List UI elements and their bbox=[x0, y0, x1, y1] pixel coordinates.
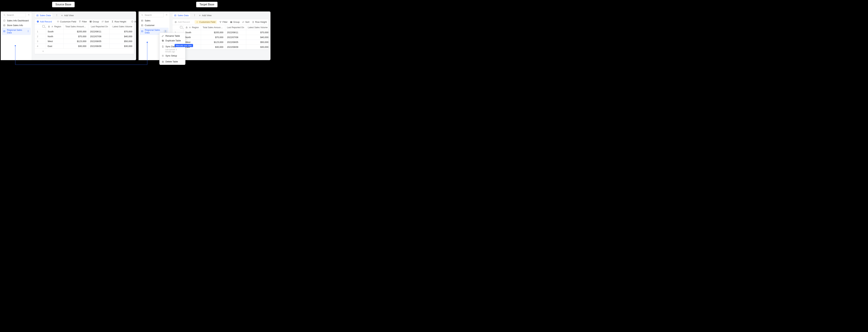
cell-date[interactable]: 2022/07/08 bbox=[88, 34, 110, 39]
cell-date[interactable]: 2022/06/09 bbox=[225, 45, 246, 50]
sort-button[interactable]: Sort bbox=[242, 21, 249, 23]
table-icon bbox=[141, 24, 144, 27]
table-row[interactable]: 1South$205,0002022/08/11$70,000 bbox=[35, 29, 134, 34]
row-height-button[interactable]: Row Height bbox=[111, 20, 126, 23]
row-index: 3 bbox=[35, 39, 41, 44]
sort-button[interactable]: Sort bbox=[101, 20, 109, 23]
edit-icon bbox=[162, 35, 164, 37]
filter-button[interactable]: Filter bbox=[79, 20, 87, 23]
cell-total[interactable]: $205,000 bbox=[201, 30, 225, 35]
table-row[interactable]: 1South$205,0002022/08/11$70,000 bbox=[173, 30, 269, 35]
more-vertical-icon bbox=[27, 30, 29, 32]
checkbox-header[interactable] bbox=[178, 25, 184, 30]
row-height-button[interactable]: Row Height bbox=[252, 21, 267, 23]
column-header-date[interactable]: Last Reported On bbox=[225, 25, 246, 30]
table-row[interactable]: 4East$30,0002022/06/09$30,000 bbox=[35, 44, 134, 49]
group-button[interactable]: Group bbox=[89, 20, 99, 23]
customize-field-button[interactable]: Customize Field bbox=[57, 20, 76, 23]
column-header-date[interactable]: Last Reported On bbox=[88, 24, 110, 29]
index-header bbox=[35, 24, 41, 29]
cell-date[interactable]: 2022/08/05 bbox=[225, 40, 246, 45]
cell-total[interactable]: $70,000 bbox=[201, 35, 225, 40]
add-view-button[interactable]: Add View bbox=[61, 14, 74, 17]
column-header-region[interactable]: Region bbox=[46, 24, 64, 29]
search-placeholder: Search bbox=[145, 14, 152, 16]
column-header-region[interactable]: Region bbox=[184, 25, 201, 30]
column-header-total[interactable]: Total Sales Amount by... bbox=[201, 25, 225, 30]
cell-total[interactable]: $123,000 bbox=[64, 39, 88, 44]
column-header-volume[interactable]: Latest Sales Volume bbox=[110, 24, 134, 29]
group-icon bbox=[230, 21, 232, 23]
plus-circle-icon bbox=[175, 21, 177, 23]
cell-region[interactable]: South bbox=[184, 30, 201, 35]
sidebar-item-store-sales[interactable]: Store Sales Info bbox=[2, 23, 31, 28]
cell-volume[interactable]: $30,000 bbox=[246, 45, 269, 50]
menu-delete-table[interactable]: Delete Table bbox=[159, 59, 185, 64]
cell-total[interactable]: $30,000 bbox=[64, 44, 88, 49]
cell-region[interactable]: North bbox=[46, 34, 64, 39]
alert-button[interactable]: Alert bbox=[131, 20, 136, 23]
menu-sync-setup[interactable]: Sync Setup bbox=[159, 53, 185, 58]
sidebar-item-regional-sales[interactable]: Regional Sales Data bbox=[2, 28, 31, 35]
cell-total[interactable]: $30,000 bbox=[201, 45, 225, 50]
cell-date[interactable]: 2022/08/11 bbox=[88, 29, 110, 34]
cell-region[interactable]: South bbox=[46, 29, 64, 34]
cell-volume[interactable]: $40,000 bbox=[246, 35, 269, 40]
cell-volume[interactable]: $50,000 bbox=[246, 40, 269, 45]
cell-volume[interactable]: $70,000 bbox=[246, 30, 269, 35]
column-header-total[interactable]: Total Sales Amount by... bbox=[64, 24, 88, 29]
add-record-button[interactable]: Add Record bbox=[37, 20, 52, 23]
sidebar-item-customer[interactable]: Customer bbox=[140, 23, 168, 28]
search-input[interactable]: Search bbox=[2, 13, 26, 17]
sort-icon bbox=[242, 21, 244, 23]
customize-field-button[interactable]: Customize Field bbox=[195, 20, 217, 24]
cell-date[interactable]: 2022/07/08 bbox=[225, 35, 246, 40]
cell-date[interactable]: 2022/08/05 bbox=[88, 39, 110, 44]
svg-point-16 bbox=[57, 14, 57, 15]
cell-region[interactable]: East bbox=[46, 44, 64, 49]
select-all-checkbox[interactable] bbox=[42, 25, 44, 27]
svg-rect-4 bbox=[3, 25, 5, 26]
table-row[interactable]: North$70,0002022/07/08$40,000 bbox=[173, 35, 269, 40]
collapse-sidebar-button[interactable] bbox=[165, 13, 168, 17]
search-input[interactable]: Search bbox=[140, 13, 164, 17]
cell-total[interactable]: $70,000 bbox=[64, 34, 88, 39]
menu-duplicate-table[interactable]: Duplicate Table bbox=[159, 38, 185, 43]
menu-rename-table[interactable]: Rename Table bbox=[159, 33, 185, 38]
plus-icon bbox=[61, 14, 63, 17]
sidebar-item-dashboard[interactable]: Sales Info Dashboard bbox=[2, 18, 31, 23]
tool-label: Sort bbox=[105, 20, 109, 23]
add-row-button[interactable]: + bbox=[35, 49, 134, 54]
column-header-volume[interactable]: Latest Sales Volume bbox=[246, 25, 269, 30]
svg-point-68 bbox=[197, 22, 197, 22]
sidebar-item-sales[interactable]: Sales bbox=[140, 18, 168, 23]
tab-sales-data[interactable]: Sales Data bbox=[172, 13, 191, 18]
cell-volume[interactable]: $50,000 bbox=[110, 39, 134, 44]
cell-region[interactable]: West bbox=[46, 39, 64, 44]
cell-volume[interactable]: $70,000 bbox=[110, 29, 134, 34]
add-view-button[interactable]: Add View bbox=[198, 14, 212, 17]
table-row[interactable]: 3West$123,0002022/08/05$50,000 bbox=[35, 39, 134, 44]
svg-rect-80 bbox=[162, 40, 163, 41]
svg-point-12 bbox=[28, 32, 28, 32]
group-button[interactable]: Group bbox=[230, 21, 240, 23]
tab-more-button[interactable] bbox=[193, 14, 196, 17]
cell-volume[interactable]: $40,000 bbox=[110, 34, 134, 39]
cell-date[interactable]: 2022/08/11 bbox=[225, 30, 246, 35]
collapse-sidebar-button[interactable] bbox=[27, 13, 31, 17]
cell-total[interactable]: $123,000 bbox=[201, 40, 225, 45]
sidebar-item-more-button[interactable] bbox=[164, 30, 167, 33]
cell-region[interactable]: North bbox=[184, 35, 201, 40]
cell-volume[interactable]: $30,000 bbox=[110, 44, 134, 49]
filter-icon bbox=[219, 21, 222, 23]
filter-button[interactable]: Filter bbox=[219, 21, 227, 23]
cell-total[interactable]: $205,000 bbox=[64, 29, 88, 34]
sidebar-item-more-button[interactable] bbox=[27, 30, 29, 33]
checkbox-header[interactable] bbox=[41, 24, 46, 29]
add-view-label: Add View bbox=[202, 14, 212, 17]
select-all-checkbox[interactable] bbox=[180, 26, 182, 28]
cell-date[interactable]: 2022/06/09 bbox=[88, 44, 110, 49]
tab-more-button[interactable] bbox=[55, 14, 58, 17]
table-row[interactable]: 2North$70,0002022/07/08$40,000 bbox=[35, 34, 134, 39]
tab-sales-data[interactable]: Sales Data bbox=[34, 13, 53, 18]
